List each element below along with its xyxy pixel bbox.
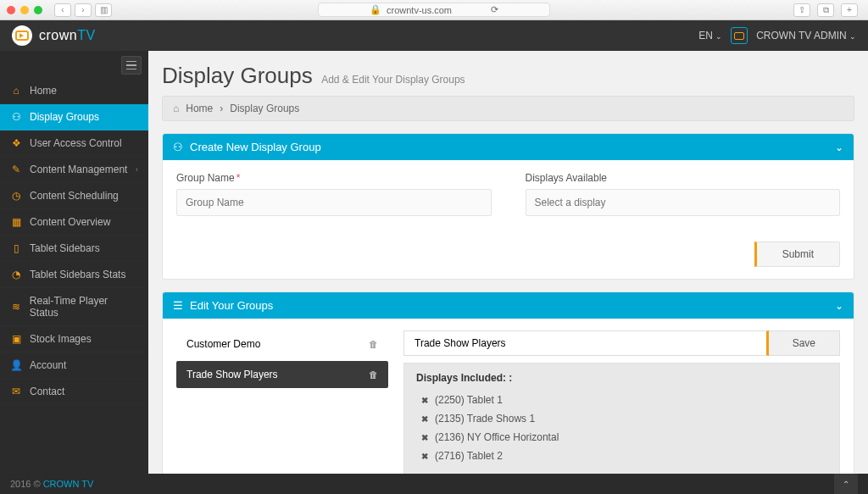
displays-available-label: Displays Available bbox=[526, 172, 841, 184]
home-icon: ⌂ bbox=[10, 85, 22, 97]
user-icon: 👤 bbox=[10, 359, 22, 371]
group-item-label: Trade Show Players bbox=[186, 369, 278, 380]
sidebar-item-contact[interactable]: ✉ Contact bbox=[0, 379, 148, 405]
included-display-label: (2716) Tablet 2 bbox=[435, 450, 503, 462]
included-display-item: ✖ (2135) Trade Shows 1 bbox=[416, 409, 827, 428]
address-bar[interactable]: 🔒 crowntv-us.com ⟳ bbox=[318, 3, 550, 17]
sidebar-item-label: Contact bbox=[30, 386, 64, 397]
chart-icon: ◔ bbox=[10, 269, 22, 280]
share-icon[interactable]: ⇪ bbox=[793, 3, 810, 17]
trash-icon[interactable]: 🗑 bbox=[369, 339, 378, 349]
breadcrumb: ⌂ Home › Display Groups bbox=[162, 96, 854, 121]
sidebar-item-account[interactable]: 👤 Account bbox=[0, 352, 148, 379]
sidebar-item-label: Stock Images bbox=[30, 333, 92, 345]
page-subtitle: Add & Edit Your Display Groups bbox=[321, 74, 465, 86]
remove-icon[interactable]: ✖ bbox=[421, 433, 428, 442]
displays-included-box: Displays Included: : ✖ (2250) Tablet 1 ✖… bbox=[403, 363, 840, 474]
user-menu[interactable]: CROWN TV ADMIN ⌄ bbox=[756, 30, 856, 42]
brand-text-b: TV bbox=[77, 28, 95, 43]
edit-panel: ☰ Edit Your Groups ⌄ Customer Demo 🗑 Tra… bbox=[162, 291, 854, 474]
home-icon: ⌂ bbox=[173, 103, 179, 114]
sidebar-item-display-groups[interactable]: ⚇ Display Groups bbox=[0, 104, 148, 130]
sidebar-item-content-overview[interactable]: ▦ Content Overview bbox=[0, 209, 148, 236]
included-display-item: ✖ (2716) Tablet 2 bbox=[416, 447, 827, 465]
edit-panel-header[interactable]: ☰ Edit Your Groups ⌄ bbox=[163, 292, 854, 319]
mail-icon: ✉ bbox=[10, 386, 22, 397]
language-selector[interactable]: EN ⌄ bbox=[698, 30, 722, 42]
create-panel-header[interactable]: ⚇ Create New Display Group ⌄ bbox=[163, 134, 854, 160]
sidebar-item-user-access[interactable]: ❖ User Access Control bbox=[0, 130, 148, 157]
chevron-down-icon: ⌄ bbox=[835, 142, 843, 153]
user-lock-icon: ❖ bbox=[10, 137, 22, 149]
hamburger-icon[interactable] bbox=[121, 56, 142, 75]
sidebar-item-tablet-stats[interactable]: ◔ Tablet Sidebars Stats bbox=[0, 262, 148, 288]
sliders-icon: ☰ bbox=[173, 299, 183, 312]
create-panel-title: Create New Display Group bbox=[190, 141, 321, 153]
breadcrumb-home[interactable]: Home bbox=[186, 103, 213, 114]
displays-available-select[interactable] bbox=[526, 189, 841, 216]
sidebar-item-label: Real-Time Player Status bbox=[30, 295, 138, 319]
sidebar-item-label: Account bbox=[30, 359, 66, 371]
remove-icon[interactable]: ✖ bbox=[421, 396, 428, 405]
sidebar-toggle-icon[interactable]: ▥ bbox=[95, 3, 112, 17]
close-window-icon[interactable] bbox=[7, 6, 15, 14]
group-item-trade-show[interactable]: Trade Show Players 🗑 bbox=[176, 361, 388, 388]
calendar-icon: ▦ bbox=[10, 216, 22, 228]
sitemap-icon: ⚇ bbox=[10, 111, 22, 123]
group-list: Customer Demo 🗑 Trade Show Players 🗑 bbox=[176, 330, 388, 474]
save-button[interactable]: Save bbox=[769, 330, 840, 356]
group-name-label: Group Name* bbox=[176, 172, 492, 184]
included-display-item: ✖ (2136) NY Office Horizontal bbox=[416, 428, 827, 447]
remove-icon[interactable]: ✖ bbox=[421, 452, 428, 461]
group-name-input[interactable] bbox=[176, 189, 492, 216]
sidebar-item-label: Content Scheduling bbox=[30, 190, 119, 202]
scroll-to-top-button[interactable]: ⌃ bbox=[834, 474, 858, 494]
back-button[interactable]: ‹ bbox=[54, 3, 71, 17]
minimize-window-icon[interactable] bbox=[20, 6, 29, 14]
new-tab-icon[interactable]: + bbox=[841, 3, 858, 17]
sidebar-item-label: Home bbox=[30, 85, 57, 97]
footer: 2016 © CROWN TV ⌃ bbox=[0, 474, 868, 494]
app-header: crownTV EN ⌄ CROWN TV ADMIN ⌄ bbox=[0, 20, 868, 51]
sidebar-item-label: Display Groups bbox=[30, 111, 99, 123]
group-item-customer-demo[interactable]: Customer Demo 🗑 bbox=[176, 330, 388, 358]
trash-icon[interactable]: 🗑 bbox=[369, 369, 378, 380]
sidebar-item-stock-images[interactable]: ▣ Stock Images bbox=[0, 326, 148, 352]
zoom-window-icon[interactable] bbox=[34, 6, 42, 14]
group-name-edit-input[interactable] bbox=[403, 330, 769, 356]
sidebar-item-realtime-status[interactable]: ≋ Real-Time Player Status bbox=[0, 288, 148, 326]
displays-included-title: Displays Included: : bbox=[416, 372, 827, 384]
reload-icon[interactable]: ⟳ bbox=[491, 4, 498, 15]
edit-icon: ✎ bbox=[10, 164, 22, 175]
footer-year: 2016 © bbox=[10, 479, 41, 489]
included-display-label: (2135) Trade Shows 1 bbox=[435, 413, 535, 425]
sidebar-item-content-sched[interactable]: ◷ Content Scheduling bbox=[0, 183, 148, 209]
sidebar-item-label: Content Management bbox=[30, 164, 127, 175]
clock-icon: ◷ bbox=[10, 190, 22, 202]
sidebar-item-tablet-sidebars[interactable]: ▯ Tablet Sidebars bbox=[0, 236, 148, 262]
url-text: crowntv-us.com bbox=[387, 5, 452, 15]
tabs-icon[interactable]: ⧉ bbox=[817, 3, 834, 17]
chevron-up-icon: ⌃ bbox=[843, 480, 849, 489]
included-display-label: (2250) Tablet 1 bbox=[435, 394, 503, 406]
forward-button[interactable]: › bbox=[75, 3, 92, 17]
chevron-down-icon: ⌄ bbox=[715, 32, 722, 41]
main-content: Display Groups Add & Edit Your Display G… bbox=[148, 51, 868, 474]
create-panel: ⚇ Create New Display Group ⌄ Group Name*… bbox=[162, 133, 854, 280]
sidebar: ⌂ Home ⚇ Display Groups ❖ User Access Co… bbox=[0, 51, 148, 474]
submit-button[interactable]: Submit bbox=[754, 241, 840, 267]
sidebar-item-home[interactable]: ⌂ Home bbox=[0, 78, 148, 104]
pulse-icon: ≋ bbox=[10, 301, 22, 313]
chevron-down-icon: ⌄ bbox=[835, 300, 843, 312]
brand-text-a: crown bbox=[39, 28, 77, 43]
sidebar-item-content-mgmt[interactable]: ✎ Content Management ‹ bbox=[0, 157, 148, 183]
remove-icon[interactable]: ✖ bbox=[421, 414, 428, 424]
chevron-right-icon: › bbox=[220, 103, 223, 114]
breadcrumb-current: Display Groups bbox=[230, 103, 299, 114]
sidebar-item-label: Tablet Sidebars bbox=[30, 242, 100, 254]
brand-logo-icon bbox=[12, 25, 32, 46]
lock-icon: 🔒 bbox=[370, 4, 381, 15]
edit-panel-title: Edit Your Groups bbox=[190, 299, 273, 312]
sidebar-item-label: Content Overview bbox=[30, 216, 110, 228]
footer-brand-link[interactable]: CROWN TV bbox=[43, 479, 94, 489]
